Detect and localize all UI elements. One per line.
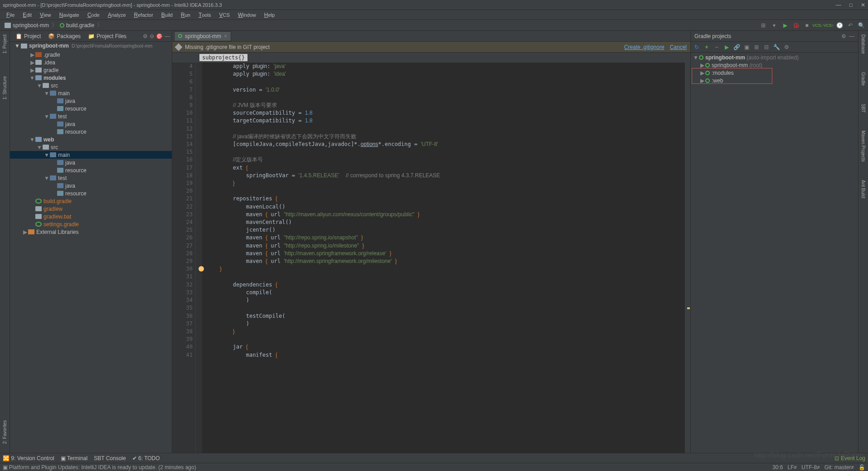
- tree-row-src[interactable]: ▼src: [10, 82, 172, 89]
- tree-row-resource[interactable]: resource: [10, 105, 172, 112]
- breadcrumb-project[interactable]: springboot-mm: [3, 22, 51, 29]
- hide-icon[interactable]: —: [849, 33, 854, 39]
- status-pos[interactable]: 30:6: [772, 464, 783, 471]
- status-lf[interactable]: LF≠: [788, 464, 797, 471]
- add-icon[interactable]: +: [703, 43, 711, 51]
- tool-favorites[interactable]: 2: Favorites: [2, 420, 7, 444]
- close-tab-icon[interactable]: ×: [224, 33, 227, 39]
- maximize-icon[interactable]: □: [849, 2, 853, 8]
- tool-database[interactable]: Database: [861, 34, 866, 54]
- menu-navigate[interactable]: Navigate: [56, 11, 83, 19]
- tree-row--idea[interactable]: ▶.idea: [10, 58, 172, 66]
- remove-icon[interactable]: −: [713, 43, 721, 51]
- link-icon[interactable]: 🔗: [732, 43, 741, 51]
- banner-create-link[interactable]: Create .gitignore: [624, 44, 664, 50]
- breadcrumb-file[interactable]: build.gradle: [58, 22, 96, 29]
- terminal-icon[interactable]: ▣: [742, 43, 751, 51]
- tree-row-gradlew[interactable]: gradlew: [10, 205, 172, 213]
- tree-row-resource[interactable]: resource: [10, 189, 172, 197]
- status-encoding[interactable]: UTF-8≠: [801, 464, 820, 471]
- revert-icon[interactable]: ↶: [846, 21, 854, 29]
- settings-icon[interactable]: ⚙: [782, 43, 790, 51]
- dropdown-icon[interactable]: ▾: [770, 21, 778, 29]
- tree-row-gradle[interactable]: ▶gradle: [10, 66, 172, 74]
- status-git[interactable]: Git: master≠: [824, 464, 854, 471]
- proj-tab-packages[interactable]: 📦 Packages: [44, 32, 84, 40]
- wrench-icon[interactable]: 🔧: [772, 43, 781, 51]
- run-icon[interactable]: ▶: [781, 21, 789, 29]
- hide-icon[interactable]: —: [165, 33, 170, 39]
- tool-gradle[interactable]: Gradle: [861, 72, 866, 86]
- proj-tab-files[interactable]: 📁 Project Files: [84, 32, 130, 40]
- tool-ant[interactable]: Ant Build: [861, 180, 866, 198]
- menu-analyze[interactable]: Analyze: [104, 11, 130, 19]
- refresh-icon[interactable]: ↻: [693, 43, 701, 51]
- close-icon[interactable]: ✕: [861, 2, 865, 8]
- menu-tools[interactable]: Tools: [195, 11, 215, 19]
- tool-maven[interactable]: Maven Projects: [861, 131, 866, 162]
- tool-sbt-console[interactable]: SBT Console: [94, 455, 126, 461]
- gradle-item-root[interactable]: ▶ springboot-mm (root): [691, 61, 858, 69]
- menu-help[interactable]: Help: [261, 11, 278, 19]
- tree-row--gradle[interactable]: ▶.gradle: [10, 51, 172, 58]
- gear-icon[interactable]: ⚙: [841, 33, 846, 39]
- gradle-item-web[interactable]: ▶ :web: [691, 77, 858, 84]
- editor-crumb[interactable]: subprojects{}: [199, 54, 247, 61]
- stop-icon[interactable]: ■: [803, 21, 811, 29]
- menu-window[interactable]: Window: [234, 11, 260, 19]
- editor-tab[interactable]: springboot-mm ×: [174, 31, 231, 41]
- fold-column[interactable]: [196, 63, 202, 453]
- target-icon[interactable]: 🎯: [156, 33, 163, 39]
- tool-sbt[interactable]: SBT: [861, 104, 866, 112]
- tree-row-resource[interactable]: resource: [10, 128, 172, 136]
- tree-row-gradlew-bat[interactable]: gradlew.bat: [10, 213, 172, 220]
- search-icon[interactable]: 🔍: [857, 21, 865, 29]
- menu-run[interactable]: Run: [177, 11, 194, 19]
- tree-row-java[interactable]: java: [10, 97, 172, 105]
- tool-project[interactable]: 1: Project: [2, 34, 7, 53]
- event-log[interactable]: ⊡ Event Log: [834, 455, 865, 461]
- status-lock-icon[interactable]: 🔓: [858, 464, 865, 471]
- collapse-icon[interactable]: ⊖: [150, 33, 154, 39]
- tool-todo[interactable]: ✔ 6: TODO: [132, 455, 160, 461]
- debug-icon[interactable]: 🐞: [792, 21, 800, 29]
- tool-vcs[interactable]: 🔀 9: Version Control: [3, 455, 54, 461]
- code-editor[interactable]: 4567891011121314151617181920212223242526…: [172, 63, 690, 453]
- menu-code[interactable]: Code: [84, 11, 103, 19]
- minimize-icon[interactable]: —: [836, 2, 841, 8]
- tree-row-main[interactable]: ▼main: [10, 151, 172, 159]
- tree-row-src[interactable]: ▼src: [10, 143, 172, 151]
- menu-build[interactable]: Build: [158, 11, 176, 19]
- menu-vcs[interactable]: VCS: [215, 11, 233, 19]
- collapse-all-icon[interactable]: ⊟: [762, 43, 771, 51]
- tree-row-external-libraries[interactable]: ▶External Libraries: [10, 228, 172, 236]
- project-root-header[interactable]: ▼ springboot-mm D:\project\FromulaRoom\s…: [10, 42, 172, 50]
- tree-row-test[interactable]: ▼test: [10, 112, 172, 120]
- menu-view[interactable]: View: [36, 11, 55, 19]
- vcs-icon[interactable]: VCS↓: [814, 21, 822, 29]
- menu-edit[interactable]: Edit: [19, 11, 35, 19]
- history-icon[interactable]: 🕐: [835, 21, 844, 29]
- proj-tab-project[interactable]: 📋 Project: [12, 32, 44, 40]
- tool-structure[interactable]: 1: Structure: [2, 76, 7, 100]
- gradle-root[interactable]: ▼ springboot-mm (auto-import enabled): [691, 53, 858, 61]
- tree-row-resource[interactable]: resource: [10, 166, 172, 174]
- vcs-push-icon[interactable]: VCS↑: [824, 21, 833, 29]
- tree-row-java[interactable]: java: [10, 120, 172, 128]
- tree-row-test[interactable]: ▼test: [10, 174, 172, 182]
- tree-row-web[interactable]: ▼web: [10, 136, 172, 143]
- banner-cancel-link[interactable]: Cancel: [670, 44, 687, 50]
- expand-icon[interactable]: ⊞: [752, 43, 761, 51]
- marker-rail[interactable]: [685, 63, 690, 453]
- menu-refactor[interactable]: Refactor: [131, 11, 157, 19]
- run-icon[interactable]: ▶: [723, 43, 731, 51]
- tree-row-build-gradle[interactable]: build.gradle: [10, 197, 172, 205]
- tree-row-java[interactable]: java: [10, 159, 172, 166]
- tool-terminal[interactable]: ▣ Terminal: [61, 455, 87, 461]
- tree-row-java[interactable]: java: [10, 182, 172, 189]
- tree-row-modules[interactable]: ▼modules: [10, 74, 172, 82]
- select-indent-icon[interactable]: ⊞: [759, 21, 767, 29]
- code-area[interactable]: apply plugin: 'java' apply plugin: 'idea…: [202, 63, 685, 453]
- gradle-item-modules[interactable]: ▶ :modules: [691, 69, 858, 77]
- tree-row-settings-gradle[interactable]: settings.gradle: [10, 220, 172, 228]
